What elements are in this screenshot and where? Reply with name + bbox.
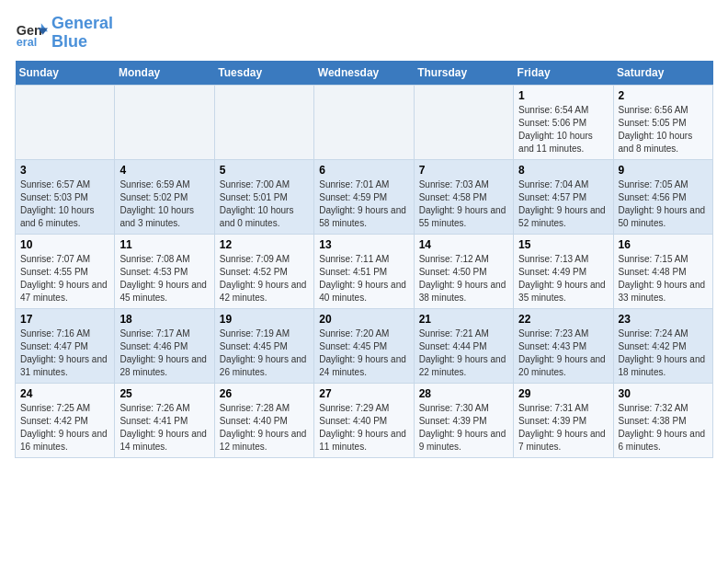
- day-info: Sunrise: 6:56 AM Sunset: 5:05 PM Dayligh…: [619, 104, 708, 155]
- day-info: Sunrise: 7:28 AM Sunset: 4:40 PM Dayligh…: [220, 402, 309, 454]
- calendar-cell: 11Sunrise: 7:08 AM Sunset: 4:53 PM Dayli…: [115, 234, 214, 308]
- day-number: 3: [20, 164, 109, 177]
- calendar-table: SundayMondayTuesdayWednesdayThursdayFrid…: [15, 61, 713, 458]
- day-number: 5: [220, 164, 309, 177]
- calendar-cell: 2Sunrise: 6:56 AM Sunset: 5:05 PM Daylig…: [613, 85, 712, 159]
- calendar-cell: 4Sunrise: 6:59 AM Sunset: 5:02 PM Daylig…: [115, 159, 214, 234]
- calendar-cell: 14Sunrise: 7:12 AM Sunset: 4:50 PM Dayli…: [414, 234, 513, 308]
- day-number: 30: [619, 387, 708, 400]
- weekday-header-tuesday: Tuesday: [214, 61, 313, 86]
- calendar-cell: 3Sunrise: 6:57 AM Sunset: 5:03 PM Daylig…: [16, 159, 115, 234]
- day-info: Sunrise: 7:11 AM Sunset: 4:51 PM Dayligh…: [319, 253, 408, 304]
- day-number: 9: [619, 164, 708, 177]
- calendar-cell: 9Sunrise: 7:05 AM Sunset: 4:56 PM Daylig…: [613, 159, 712, 234]
- calendar-cell: [115, 85, 214, 159]
- day-info: Sunrise: 6:57 AM Sunset: 5:03 PM Dayligh…: [20, 178, 109, 230]
- day-number: 20: [319, 313, 408, 326]
- weekday-header-thursday: Thursday: [414, 61, 513, 86]
- day-info: Sunrise: 7:09 AM Sunset: 4:52 PM Dayligh…: [220, 253, 309, 304]
- day-number: 12: [220, 238, 309, 251]
- day-number: 14: [419, 238, 508, 251]
- weekday-header-sunday: Sunday: [16, 61, 115, 86]
- day-number: 7: [419, 164, 508, 177]
- calendar-cell: 18Sunrise: 7:17 AM Sunset: 4:46 PM Dayli…: [115, 308, 214, 383]
- day-number: 1: [518, 89, 608, 102]
- calendar-cell: 12Sunrise: 7:09 AM Sunset: 4:52 PM Dayli…: [214, 234, 313, 308]
- day-number: 18: [119, 313, 209, 326]
- logo-icon: Gen eral: [15, 17, 48, 50]
- calendar-cell: 23Sunrise: 7:24 AM Sunset: 4:42 PM Dayli…: [613, 308, 712, 383]
- day-info: Sunrise: 7:16 AM Sunset: 4:47 PM Dayligh…: [20, 327, 109, 379]
- day-number: 25: [119, 387, 209, 400]
- logo: Gen eral General Blue: [15, 15, 113, 52]
- week-row-2: 3Sunrise: 6:57 AM Sunset: 5:03 PM Daylig…: [16, 159, 713, 234]
- calendar-cell: 29Sunrise: 7:31 AM Sunset: 4:39 PM Dayli…: [514, 383, 613, 457]
- day-info: Sunrise: 7:01 AM Sunset: 4:59 PM Dayligh…: [319, 178, 408, 230]
- calendar-cell: 10Sunrise: 7:07 AM Sunset: 4:55 PM Dayli…: [16, 234, 115, 308]
- calendar-cell: [314, 85, 414, 159]
- day-info: Sunrise: 7:19 AM Sunset: 4:45 PM Dayligh…: [220, 327, 309, 379]
- day-number: 2: [619, 89, 708, 102]
- calendar-cell: 17Sunrise: 7:16 AM Sunset: 4:47 PM Dayli…: [16, 308, 115, 383]
- week-row-5: 24Sunrise: 7:25 AM Sunset: 4:42 PM Dayli…: [16, 383, 713, 457]
- logo-text: General Blue: [51, 15, 113, 52]
- day-number: 4: [119, 164, 209, 177]
- day-number: 13: [319, 238, 408, 251]
- calendar-cell: 13Sunrise: 7:11 AM Sunset: 4:51 PM Dayli…: [314, 234, 414, 308]
- calendar-cell: 1Sunrise: 6:54 AM Sunset: 5:06 PM Daylig…: [514, 85, 613, 159]
- day-number: 15: [518, 238, 608, 251]
- day-info: Sunrise: 7:08 AM Sunset: 4:53 PM Dayligh…: [119, 253, 209, 304]
- day-info: Sunrise: 7:04 AM Sunset: 4:57 PM Dayligh…: [518, 178, 608, 230]
- day-number: 24: [20, 387, 109, 400]
- calendar-cell: 30Sunrise: 7:32 AM Sunset: 4:38 PM Dayli…: [613, 383, 712, 457]
- calendar-cell: [214, 85, 313, 159]
- weekday-header-friday: Friday: [514, 61, 613, 86]
- week-row-3: 10Sunrise: 7:07 AM Sunset: 4:55 PM Dayli…: [16, 234, 713, 308]
- day-info: Sunrise: 7:21 AM Sunset: 4:44 PM Dayligh…: [419, 327, 508, 379]
- calendar-cell: 16Sunrise: 7:15 AM Sunset: 4:48 PM Dayli…: [613, 234, 712, 308]
- day-number: 11: [119, 238, 209, 251]
- weekday-header-saturday: Saturday: [613, 61, 712, 86]
- calendar-cell: 21Sunrise: 7:21 AM Sunset: 4:44 PM Dayli…: [414, 308, 513, 383]
- day-number: 6: [319, 164, 408, 177]
- day-info: Sunrise: 7:23 AM Sunset: 4:43 PM Dayligh…: [518, 327, 608, 379]
- svg-text:eral: eral: [17, 36, 37, 49]
- day-info: Sunrise: 7:00 AM Sunset: 5:01 PM Dayligh…: [220, 178, 309, 230]
- day-number: 16: [619, 238, 708, 251]
- weekday-header-monday: Monday: [115, 61, 214, 86]
- calendar-cell: 20Sunrise: 7:20 AM Sunset: 4:45 PM Dayli…: [314, 308, 414, 383]
- svg-text:Gen: Gen: [17, 23, 42, 38]
- day-info: Sunrise: 7:07 AM Sunset: 4:55 PM Dayligh…: [20, 253, 109, 304]
- calendar-cell: 6Sunrise: 7:01 AM Sunset: 4:59 PM Daylig…: [314, 159, 414, 234]
- weekday-header-row: SundayMondayTuesdayWednesdayThursdayFrid…: [16, 61, 713, 86]
- week-row-4: 17Sunrise: 7:16 AM Sunset: 4:47 PM Dayli…: [16, 308, 713, 383]
- page-header: Gen eral General Blue: [15, 15, 713, 52]
- calendar-cell: [414, 85, 513, 159]
- day-info: Sunrise: 7:25 AM Sunset: 4:42 PM Dayligh…: [20, 402, 109, 454]
- calendar-cell: [16, 85, 115, 159]
- day-number: 26: [220, 387, 309, 400]
- day-number: 19: [220, 313, 309, 326]
- calendar-cell: 28Sunrise: 7:30 AM Sunset: 4:39 PM Dayli…: [414, 383, 513, 457]
- day-info: Sunrise: 7:05 AM Sunset: 4:56 PM Dayligh…: [619, 178, 708, 230]
- day-number: 17: [20, 313, 109, 326]
- day-info: Sunrise: 7:20 AM Sunset: 4:45 PM Dayligh…: [319, 327, 408, 379]
- day-info: Sunrise: 7:03 AM Sunset: 4:58 PM Dayligh…: [419, 178, 508, 230]
- day-info: Sunrise: 7:30 AM Sunset: 4:39 PM Dayligh…: [419, 402, 508, 454]
- day-info: Sunrise: 7:17 AM Sunset: 4:46 PM Dayligh…: [119, 327, 209, 379]
- calendar-cell: 19Sunrise: 7:19 AM Sunset: 4:45 PM Dayli…: [214, 308, 313, 383]
- day-number: 28: [419, 387, 508, 400]
- calendar-cell: 24Sunrise: 7:25 AM Sunset: 4:42 PM Dayli…: [16, 383, 115, 457]
- calendar-cell: 25Sunrise: 7:26 AM Sunset: 4:41 PM Dayli…: [115, 383, 214, 457]
- day-number: 27: [319, 387, 408, 400]
- day-info: Sunrise: 7:24 AM Sunset: 4:42 PM Dayligh…: [619, 327, 708, 379]
- calendar-cell: 7Sunrise: 7:03 AM Sunset: 4:58 PM Daylig…: [414, 159, 513, 234]
- calendar-cell: 8Sunrise: 7:04 AM Sunset: 4:57 PM Daylig…: [514, 159, 613, 234]
- calendar-cell: 27Sunrise: 7:29 AM Sunset: 4:40 PM Dayli…: [314, 383, 414, 457]
- day-info: Sunrise: 7:13 AM Sunset: 4:49 PM Dayligh…: [518, 253, 608, 304]
- day-info: Sunrise: 7:31 AM Sunset: 4:39 PM Dayligh…: [518, 402, 608, 454]
- day-number: 22: [518, 313, 608, 326]
- day-info: Sunrise: 7:12 AM Sunset: 4:50 PM Dayligh…: [419, 253, 508, 304]
- day-info: Sunrise: 6:54 AM Sunset: 5:06 PM Dayligh…: [518, 104, 608, 155]
- calendar-cell: 15Sunrise: 7:13 AM Sunset: 4:49 PM Dayli…: [514, 234, 613, 308]
